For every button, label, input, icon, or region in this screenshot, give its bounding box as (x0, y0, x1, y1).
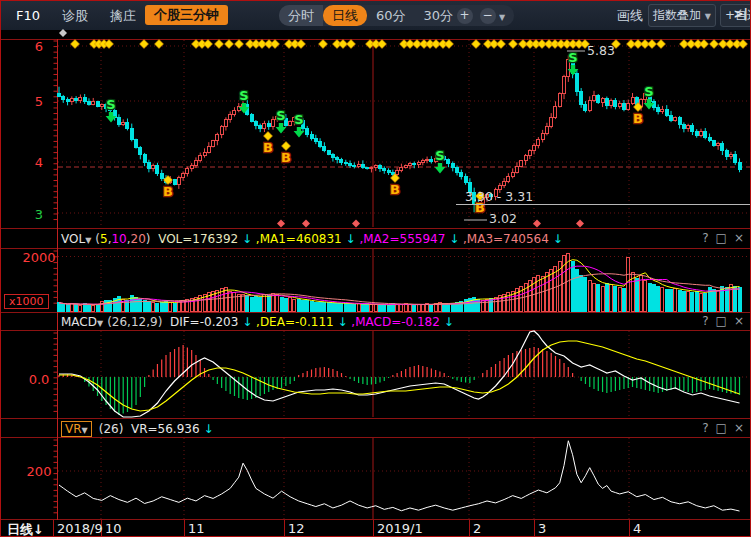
month-label: 2 (473, 521, 481, 536)
sell-marker: S (276, 108, 285, 123)
vr-header-value: ↓ (200, 422, 214, 436)
price-axis-label: 3 (35, 207, 43, 222)
vol-header-value: ,MA2=555947 (356, 232, 446, 246)
volume-layer (58, 253, 742, 311)
vol-header-value: 20 (131, 232, 146, 246)
vol-header-value: ,MA1=460831 (252, 232, 342, 246)
macd-header-value: ↓ (238, 315, 252, 329)
sell-marker: S (568, 50, 577, 65)
buy-marker: B (281, 150, 291, 165)
macd-header-value: DIF=-0.203 (162, 315, 238, 329)
close-icon[interactable]: × (734, 314, 744, 328)
vol-header-value: ↓ (238, 232, 252, 246)
vol-header-value: 10 (111, 232, 126, 246)
vol-header-value: ↓ (549, 232, 563, 246)
macd-pane-header: MACD▼(26,12,9) DIF=-0.203 ↓ ,DEA=-0.111 … (1, 313, 751, 331)
buy-marker: B (263, 140, 273, 155)
vol-header-value: ,MA3=740564 (459, 232, 549, 246)
peak-price-label: 5.83 (587, 43, 615, 58)
month-label: 12 (288, 521, 305, 536)
month-label: 4 (633, 521, 641, 536)
month-label: 11 (188, 521, 205, 536)
chevron-down-icon: ▼ (82, 426, 88, 435)
vol-indicator-title[interactable]: VOL▼ (61, 232, 91, 246)
price-axis-label: 5 (35, 94, 43, 109)
stock-chart-app: F10诊股擒庄全景 个股三分钟 分时日线60分30分周线▼ + − 画线 指数叠… (0, 0, 751, 537)
macd-header-value: ,MACD=-0.182 (348, 315, 440, 329)
month-separator (469, 520, 470, 537)
buy-marker: B (163, 184, 173, 199)
sell-marker: S (644, 84, 653, 99)
month-separator (184, 520, 185, 537)
volume-axis-label: 2000 (22, 250, 55, 265)
volume-pane-header: VOL▼(5,10,20) VOL=176392 ↓ ,MA1=460831 ↓… (1, 230, 751, 248)
month-separator (284, 520, 285, 537)
close-icon[interactable]: × (734, 231, 744, 245)
axis-ticks (54, 41, 58, 513)
month-separator (629, 520, 630, 537)
vol-header-value: ↓ (342, 232, 356, 246)
maximize-icon[interactable]: □ (716, 421, 727, 435)
price-axis-label: 6 (35, 39, 43, 54)
volume-unit-box: x1000 (4, 294, 49, 309)
sell-marker: S (239, 88, 248, 103)
sell-arrow-icon (435, 163, 446, 174)
help-icon[interactable]: ? (702, 421, 708, 435)
period-indicator[interactable]: 日线↓ (7, 521, 44, 537)
gap-price-label: 3.30 - 3.31 (465, 189, 533, 204)
vol-header-value: VOL=176392 (151, 232, 239, 246)
month-separator (373, 520, 374, 537)
trade-markers: SSSSSSSBBBBBB (106, 50, 655, 215)
macd-header-value: ,DEA=-0.111 (252, 315, 333, 329)
chevron-down-icon: ▼ (97, 319, 103, 328)
vol-header-value: ↓ (445, 232, 459, 246)
price-axis-label: 4 (35, 155, 43, 170)
month-label: 10 (105, 521, 122, 536)
sell-marker: S (106, 97, 115, 112)
help-icon[interactable]: ? (702, 314, 708, 328)
sell-marker: S (435, 148, 444, 163)
vr-header-value: (26) (99, 422, 124, 436)
maximize-icon[interactable]: □ (716, 314, 727, 328)
month-label: 2019/1 (377, 521, 423, 536)
macd-indicator-title[interactable]: MACD▼ (61, 315, 103, 329)
buy-marker: B (633, 111, 643, 126)
buy-marker: B (390, 182, 400, 197)
macd-layer (59, 331, 740, 417)
macd-header-value: (26,12,9) (107, 315, 162, 329)
maximize-icon[interactable]: □ (716, 231, 727, 245)
macd-axis-label: 0.0 (29, 372, 50, 387)
month-label: 2018/9 (57, 521, 103, 536)
vr-axis-label: 200 (27, 464, 52, 479)
month-separator (53, 520, 54, 537)
vr-header-value: VR=56.936 (123, 422, 199, 436)
help-icon[interactable]: ? (702, 231, 708, 245)
date-axis-bar: 日线↓ 2018/91011122019/1234 (1, 520, 751, 537)
chart-canvas[interactable]: SSSSSSSBBBBBB (1, 1, 751, 537)
macd-header-value: ↓ (440, 315, 454, 329)
low-price-label: 3.02 (489, 211, 517, 226)
macd-header-value: ↓ (334, 315, 348, 329)
vr-pane-header: VR▼(26) VR=56.936 ↓ ?□× (1, 420, 751, 438)
chevron-down-icon: ▼ (85, 236, 91, 245)
vr-layer (59, 441, 740, 511)
sell-marker: S (294, 112, 303, 127)
month-label: 3 (538, 521, 546, 536)
month-separator (534, 520, 535, 537)
close-icon[interactable]: × (734, 421, 744, 435)
vr-indicator-title[interactable]: VR▼ (61, 421, 92, 437)
vol-header-value: 5 (100, 232, 108, 246)
